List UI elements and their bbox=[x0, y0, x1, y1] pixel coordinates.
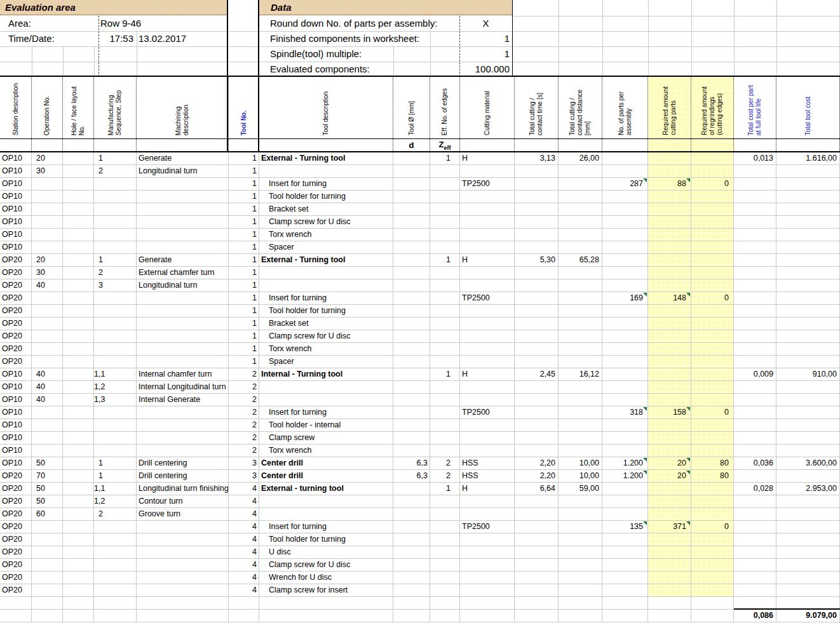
cell[interactable] bbox=[32, 445, 63, 457]
cell[interactable] bbox=[515, 292, 559, 305]
cell[interactable]: OP20 bbox=[0, 470, 32, 483]
cell[interactable] bbox=[94, 191, 137, 203]
column-header-2[interactable]: Operation No. bbox=[32, 77, 63, 138]
cell[interactable] bbox=[691, 191, 734, 203]
cell[interactable] bbox=[137, 597, 229, 610]
cell[interactable] bbox=[137, 406, 229, 419]
cell[interactable]: 3 bbox=[94, 279, 137, 292]
cell[interactable] bbox=[430, 495, 460, 508]
cell[interactable]: 5,30 bbox=[515, 254, 559, 267]
cell[interactable]: OP20 bbox=[0, 508, 32, 521]
cell[interactable] bbox=[63, 279, 94, 292]
cell[interactable] bbox=[393, 152, 430, 165]
cell[interactable]: OP10 bbox=[0, 191, 32, 203]
cell[interactable] bbox=[648, 533, 691, 546]
cell[interactable] bbox=[259, 610, 393, 622]
cell[interactable]: 135 bbox=[602, 521, 648, 533]
cell[interactable] bbox=[94, 546, 137, 559]
cell[interactable] bbox=[0, 597, 32, 610]
cell[interactable] bbox=[734, 508, 776, 521]
cell[interactable] bbox=[94, 419, 137, 432]
cell[interactable]: 30 bbox=[32, 165, 63, 178]
column-subheader-9[interactable]: Zeff bbox=[430, 139, 460, 151]
cell[interactable]: 40 bbox=[32, 279, 63, 292]
cell[interactable] bbox=[430, 521, 460, 533]
cell[interactable] bbox=[63, 533, 94, 546]
cell[interactable] bbox=[63, 152, 94, 165]
cell[interactable] bbox=[691, 495, 734, 508]
cell[interactable] bbox=[460, 330, 515, 343]
cell[interactable] bbox=[776, 305, 840, 318]
cell[interactable] bbox=[137, 419, 229, 432]
cell[interactable] bbox=[559, 572, 602, 584]
cell[interactable]: OP10 bbox=[0, 457, 32, 470]
cell[interactable] bbox=[776, 381, 840, 394]
cell[interactable] bbox=[63, 330, 94, 343]
cell[interactable] bbox=[393, 343, 430, 356]
cell[interactable]: 40 bbox=[32, 381, 63, 394]
cell[interactable] bbox=[229, 610, 259, 622]
cell[interactable] bbox=[776, 356, 840, 368]
cell[interactable]: 20 bbox=[648, 457, 691, 470]
cell[interactable]: OP20 bbox=[0, 356, 32, 368]
cell[interactable]: OP10 bbox=[0, 229, 32, 241]
cell[interactable] bbox=[776, 318, 840, 330]
finished-components-label[interactable]: Finished components in worksheet: bbox=[270, 31, 419, 46]
cell[interactable] bbox=[559, 495, 602, 508]
cell[interactable] bbox=[430, 572, 460, 584]
cell[interactable] bbox=[94, 533, 137, 546]
cell[interactable] bbox=[734, 470, 776, 483]
cell[interactable] bbox=[32, 229, 63, 241]
cell[interactable] bbox=[259, 394, 393, 406]
cell[interactable]: 6,3 bbox=[393, 470, 430, 483]
cell[interactable]: Internal Generate bbox=[137, 394, 229, 406]
cell[interactable]: 0,013 bbox=[734, 152, 776, 165]
cell[interactable] bbox=[393, 216, 430, 229]
cell[interactable] bbox=[734, 584, 776, 597]
cell[interactable] bbox=[734, 292, 776, 305]
cell[interactable] bbox=[559, 406, 602, 419]
cell[interactable] bbox=[32, 521, 63, 533]
cell[interactable]: 1 bbox=[229, 356, 259, 368]
cell[interactable] bbox=[602, 394, 648, 406]
cell[interactable] bbox=[430, 191, 460, 203]
cell[interactable] bbox=[32, 292, 63, 305]
cell[interactable]: H bbox=[460, 483, 515, 495]
cell[interactable] bbox=[691, 318, 734, 330]
cell[interactable] bbox=[691, 229, 734, 241]
cell[interactable] bbox=[648, 229, 691, 241]
cell[interactable]: 1.200 bbox=[602, 457, 648, 470]
cell[interactable] bbox=[460, 343, 515, 356]
cell[interactable] bbox=[559, 356, 602, 368]
cell[interactable] bbox=[393, 419, 430, 432]
cell[interactable] bbox=[602, 216, 648, 229]
cell[interactable] bbox=[393, 241, 430, 254]
cell[interactable] bbox=[63, 241, 94, 254]
cell[interactable]: 1,3 bbox=[94, 394, 137, 406]
cell[interactable]: 1 bbox=[229, 203, 259, 216]
cell[interactable] bbox=[691, 419, 734, 432]
cell[interactable] bbox=[94, 292, 137, 305]
cell[interactable] bbox=[430, 546, 460, 559]
cell[interactable]: Torx wrench bbox=[259, 229, 393, 241]
cell[interactable]: OP10 bbox=[0, 178, 32, 191]
cell[interactable] bbox=[691, 572, 734, 584]
cell[interactable]: OP10 bbox=[0, 152, 32, 165]
cell[interactable] bbox=[734, 279, 776, 292]
cell[interactable]: OP10 bbox=[0, 432, 32, 445]
cell[interactable] bbox=[430, 305, 460, 318]
cell[interactable] bbox=[776, 584, 840, 597]
cell[interactable]: 0 bbox=[691, 178, 734, 191]
column-subheader-17[interactable] bbox=[776, 139, 840, 151]
cell[interactable] bbox=[32, 203, 63, 216]
cell[interactable] bbox=[776, 292, 840, 305]
cell[interactable] bbox=[734, 343, 776, 356]
cell[interactable]: 2 bbox=[229, 394, 259, 406]
cell[interactable] bbox=[648, 165, 691, 178]
cell[interactable]: 2 bbox=[430, 470, 460, 483]
cell[interactable]: OP20 bbox=[0, 254, 32, 267]
cell[interactable] bbox=[734, 521, 776, 533]
cell[interactable] bbox=[602, 559, 648, 572]
cell[interactable]: 65,28 bbox=[559, 254, 602, 267]
cell[interactable]: Tool holder - internal bbox=[259, 419, 393, 432]
